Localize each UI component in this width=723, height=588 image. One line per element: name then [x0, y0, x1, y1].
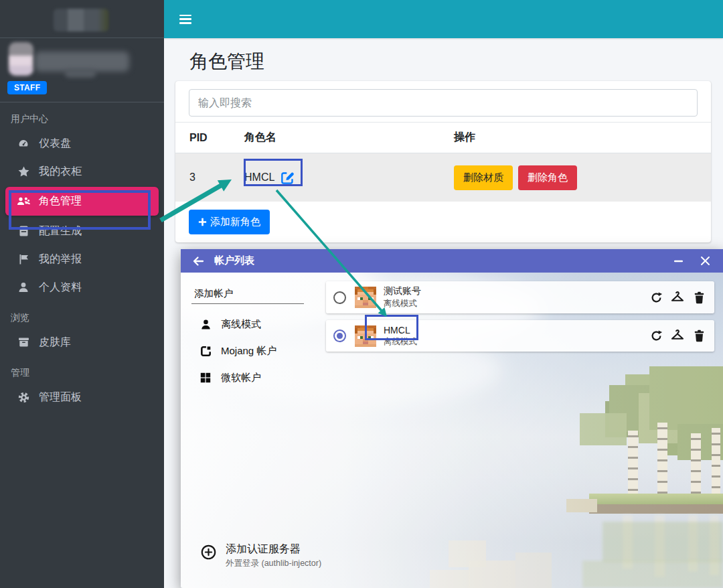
search-input[interactable] [189, 89, 698, 117]
table-header: PID 角色名 操作 [175, 122, 711, 153]
col-header-pid: PID [175, 132, 244, 144]
avatar [9, 42, 33, 76]
window-body: 添加帐户 离线模式 Mojang 帐户 微软帐户 [181, 273, 723, 588]
microsoft-icon [198, 372, 213, 383]
nav-header-admin: 管理 [0, 356, 164, 383]
sidebar-item-label: 我的举报 [39, 252, 82, 267]
username-blurred-line2 [65, 69, 96, 78]
delete-role-button[interactable]: 删除角色 [518, 165, 577, 190]
menu-icon[interactable] [179, 15, 191, 24]
brand-logo-blurred [54, 9, 108, 31]
plus-circle-icon [201, 544, 216, 560]
add-role-label: 添加新角色 [210, 216, 260, 228]
radio-unselected[interactable] [333, 291, 346, 304]
users-icon [13, 196, 33, 207]
status-badge: STAFF [7, 81, 47, 94]
col-header-name: 角色名 [244, 131, 454, 145]
sidebar-item-label: 仪表盘 [39, 137, 71, 151]
skin-hanger-icon[interactable] [670, 290, 685, 305]
add-auth-server-title: 添加认证服务器 [226, 542, 321, 557]
window-title: 帐户列表 [214, 254, 254, 267]
avatar [355, 287, 376, 308]
trash-icon[interactable] [692, 329, 706, 344]
flag-icon [13, 254, 33, 265]
window-titlebar: 帐户列表 [181, 249, 723, 273]
account-type: 离线模式 [384, 298, 421, 309]
tachometer-icon [13, 138, 33, 149]
sidebar-item-label: 管理面板 [39, 390, 82, 405]
edit-icon[interactable] [280, 171, 295, 185]
offline-person-icon [198, 319, 213, 330]
mojang-icon [198, 346, 213, 357]
sidebar-item-role-management[interactable]: 角色管理 [0, 186, 164, 217]
skin-hanger-icon[interactable] [670, 329, 685, 344]
user-icon [13, 282, 33, 293]
star-icon [13, 166, 33, 177]
add-role-button[interactable]: 添加新角色 [189, 210, 270, 234]
sidebar-item-label: 个人资料 [39, 281, 82, 295]
refresh-icon[interactable] [649, 290, 663, 305]
method-mojang-account[interactable]: Mojang 帐户 [181, 338, 315, 364]
add-auth-server-subtitle: 外置登录 (authlib-injector) [226, 558, 321, 569]
search-zone [175, 81, 711, 122]
method-offline-mode[interactable]: 离线模式 [181, 311, 315, 338]
sidebar-item-label: 角色管理 [39, 194, 82, 208]
delete-texture-button[interactable]: 删除材质 [454, 165, 513, 190]
avatar [355, 325, 376, 347]
method-label: 微软帐户 [221, 372, 261, 384]
sidebar-nav: 用户中心 仪表盘 我的衣柜 角色管理 配置生成 [0, 102, 164, 411]
sidebar-item-skin-library[interactable]: 皮肤库 [0, 328, 164, 356]
method-label: 离线模式 [221, 318, 261, 331]
divider [191, 303, 304, 304]
gear-icon [13, 392, 33, 403]
refresh-icon[interactable] [649, 329, 663, 344]
nav-header-user-center: 用户中心 [0, 102, 164, 129]
sidebar-item-admin-panel[interactable]: 管理面板 [0, 383, 164, 411]
account-name: HMCL [384, 325, 417, 336]
hmcl-window: 帐户列表 [181, 249, 723, 588]
sidebar-item-my-reports[interactable]: 我的举报 [0, 245, 164, 273]
sidebar-item-label: 我的衣柜 [39, 165, 82, 179]
cell-actions: 删除材质 删除角色 [454, 165, 711, 190]
account-type: 离线模式 [384, 336, 417, 348]
sidebar-item-dashboard[interactable]: 仪表盘 [0, 129, 164, 157]
radio-selected[interactable] [333, 329, 346, 342]
table-row: 3 HMCL 删除材质 删除角色 [175, 153, 711, 202]
account-name: 测试账号 [384, 285, 421, 297]
nav-header-browse: 浏览 [0, 301, 164, 328]
sidebar-item-config-generator[interactable]: 配置生成 [0, 217, 164, 245]
account-row-hmcl[interactable]: HMCL 离线模式 [326, 320, 714, 352]
page-title: 角色管理 [189, 49, 264, 74]
back-arrow-icon[interactable] [191, 255, 205, 267]
plus-icon [198, 218, 207, 226]
sidebar-item-label: 配置生成 [39, 224, 82, 238]
add-zone: 添加新角色 [175, 202, 711, 242]
sidebar-item-profile[interactable]: 个人资料 [0, 273, 164, 301]
player-name: HMCL [244, 171, 274, 183]
minimize-icon[interactable] [669, 252, 687, 270]
brand-area [0, 0, 164, 38]
user-panel: STAFF [0, 38, 164, 102]
sidebar: STAFF 用户中心 仪表盘 我的衣柜 角色管理 [0, 0, 164, 588]
archive-box-icon [13, 337, 33, 348]
col-header-actions: 操作 [454, 131, 711, 145]
trash-icon[interactable] [692, 290, 706, 305]
config-book-icon [13, 226, 33, 236]
add-account-label: 添加帐户 [194, 287, 233, 300]
topbar [164, 0, 723, 38]
cell-name: HMCL [244, 171, 454, 185]
cell-pid: 3 [175, 171, 244, 183]
close-icon[interactable] [696, 252, 714, 270]
method-microsoft-account[interactable]: 微软帐户 [181, 364, 315, 391]
account-row-test[interactable]: 测试账号 离线模式 [326, 281, 714, 313]
add-auth-server[interactable]: 添加认证服务器 外置登录 (authlib-injector) [181, 542, 321, 569]
players-card: PID 角色名 操作 3 HMCL 删除材质 删除角色 添加新角色 [175, 81, 711, 242]
sidebar-item-label: 皮肤库 [39, 336, 71, 350]
sidebar-item-closet[interactable]: 我的衣柜 [0, 157, 164, 186]
method-label: Mojang 帐户 [221, 345, 276, 358]
